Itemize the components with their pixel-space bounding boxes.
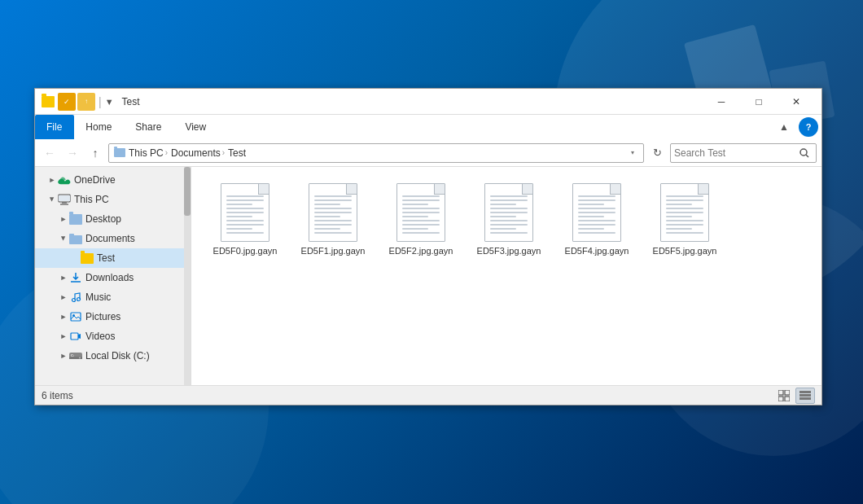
expand-arrow-desktop[interactable]: ► <box>58 213 69 225</box>
file-item-5[interactable]: ED5F5.jpg.gayn <box>644 180 725 260</box>
maximize-button[interactable]: □ <box>740 89 778 115</box>
test-folder-icon <box>81 252 94 265</box>
sidebar-item-this-pc[interactable]: ► This PC <box>35 190 184 209</box>
sidebar-item-pictures[interactable]: ► Pictures <box>35 307 184 327</box>
svg-point-5 <box>800 149 807 156</box>
breadcrumb-test[interactable]: Test <box>228 147 246 159</box>
tab-home[interactable]: Home <box>74 115 124 139</box>
sidebar-item-local-disk[interactable]: ► C: Local Disk (C:) <box>35 346 184 366</box>
forward-button[interactable]: → <box>63 143 82 163</box>
search-bar <box>670 143 817 163</box>
file-name: ED5F1.jpg.gayn <box>301 245 366 256</box>
sidebar-scrollbar-thumb[interactable] <box>184 167 191 216</box>
file-line <box>578 195 615 197</box>
file-line <box>666 199 703 201</box>
onedrive-icon <box>58 173 71 186</box>
file-item-1[interactable]: ED5F1.jpg.gayn <box>292 180 374 260</box>
file-explorer-window: ✓ ↑ | ▼ Test ─ □ ✕ File Home Share View … <box>34 88 822 405</box>
svg-rect-29 <box>799 397 811 400</box>
quick-access-toolbar: ✓ ↑ | ▼ <box>42 93 116 111</box>
file-line <box>226 195 264 197</box>
file-line <box>578 216 604 217</box>
window-title: Test <box>122 96 703 107</box>
breadcrumb-dropdown[interactable]: ▾ <box>627 145 638 161</box>
refresh-button[interactable]: ↻ <box>647 143 667 163</box>
file-icon <box>660 183 709 242</box>
file-line <box>666 228 692 230</box>
file-line <box>314 212 352 213</box>
svg-rect-28 <box>799 394 811 397</box>
expand-arrow-local-disk[interactable]: ► <box>58 350 69 362</box>
expand-arrow-this-pc[interactable]: ► <box>46 194 58 205</box>
expand-arrow-pictures[interactable]: ► <box>58 311 69 322</box>
file-line <box>314 216 340 217</box>
close-button[interactable]: ✕ <box>778 89 815 115</box>
file-line <box>314 208 352 209</box>
sidebar-item-desktop[interactable]: ► Desktop <box>35 209 184 229</box>
file-line <box>666 216 692 217</box>
grid-view-button[interactable] <box>774 388 794 404</box>
file-item-4[interactable]: ED5F4.jpg.gayn <box>556 180 637 260</box>
sidebar-scrollbar[interactable] <box>184 167 191 385</box>
file-lines <box>666 195 703 238</box>
file-name: ED5F3.jpg.gayn <box>477 245 541 256</box>
file-line <box>226 199 264 201</box>
expand-arrow-videos[interactable]: ► <box>58 331 69 342</box>
file-line <box>666 204 692 205</box>
help-button[interactable]: ? <box>799 117 818 137</box>
file-line <box>666 232 703 234</box>
file-line <box>402 204 428 205</box>
svg-point-21 <box>79 357 81 359</box>
file-line <box>314 199 352 201</box>
file-icon <box>309 183 357 242</box>
breadcrumb-this-pc[interactable]: This PC › <box>129 147 168 159</box>
search-submit-button[interactable] <box>796 145 813 161</box>
svg-rect-26 <box>785 397 790 401</box>
file-line <box>226 224 264 226</box>
downloads-icon <box>69 271 82 284</box>
file-line <box>578 228 604 230</box>
file-line <box>402 199 440 201</box>
tab-share[interactable]: Share <box>124 115 173 139</box>
sidebar-item-onedrive[interactable]: ► OneDrive <box>35 170 184 190</box>
breadcrumb-documents[interactable]: Documents › <box>171 147 225 159</box>
file-lines <box>226 195 264 238</box>
up-button[interactable]: ↑ <box>85 143 105 163</box>
file-item-0[interactable]: ED5F0.jpg.gayn <box>204 180 286 260</box>
file-line <box>490 212 528 213</box>
file-line <box>226 212 264 213</box>
file-name: ED5F4.jpg.gayn <box>565 245 629 256</box>
file-lines <box>578 195 615 238</box>
expand-arrow-music[interactable]: ► <box>58 291 69 303</box>
title-bar: ✓ ↑ | ▼ Test ─ □ ✕ <box>35 89 821 115</box>
sidebar-item-documents[interactable]: ► Documents <box>35 229 184 248</box>
sidebar: ► OneDrive ► <box>35 167 191 385</box>
documents-folder-icon <box>69 232 82 245</box>
breadcrumb-bar[interactable]: This PC › Documents › Test ▾ <box>108 143 644 163</box>
file-line <box>578 204 604 205</box>
minimize-button[interactable]: ─ <box>703 89 740 115</box>
list-view-button[interactable] <box>795 388 815 404</box>
expand-arrow-documents[interactable]: ► <box>58 233 69 244</box>
expand-arrow-onedrive[interactable]: ► <box>46 174 58 186</box>
this-pc-icon <box>58 193 71 206</box>
search-input[interactable] <box>674 147 796 159</box>
sidebar-item-videos[interactable]: ► Videos <box>35 327 184 346</box>
sidebar-item-test[interactable]: ► Test <box>35 248 184 268</box>
file-item-3[interactable]: ED5F3.jpg.gayn <box>468 180 550 260</box>
back-button[interactable]: ← <box>40 143 59 163</box>
file-line <box>490 199 528 201</box>
qat-button-2[interactable]: ↑ <box>77 93 95 111</box>
qat-button-1[interactable]: ✓ <box>58 93 76 111</box>
tab-view[interactable]: View <box>173 115 218 139</box>
file-line <box>226 216 252 217</box>
sidebar-item-music[interactable]: ► Music <box>35 287 184 307</box>
file-item-2[interactable]: ED5F2.jpg.gayn <box>380 180 462 260</box>
file-line <box>490 220 528 221</box>
file-line <box>490 195 528 197</box>
expand-arrow-downloads[interactable]: ► <box>58 272 69 283</box>
sidebar-item-downloads[interactable]: ► Downloads <box>35 268 184 287</box>
tab-file[interactable]: File <box>35 115 74 139</box>
ribbon-expand-button[interactable]: ▲ <box>773 115 795 139</box>
desktop-folder-icon <box>69 213 82 226</box>
